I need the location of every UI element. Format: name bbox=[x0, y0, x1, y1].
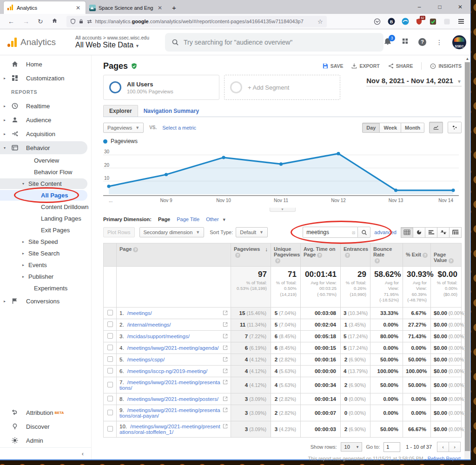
external-link-icon[interactable] bbox=[223, 380, 228, 386]
help-icon[interactable]: ? bbox=[423, 253, 428, 258]
sidebar-item-acquisition[interactable]: ▸Acquisition bbox=[0, 127, 91, 141]
password-manager-extension-icon[interactable]: B bbox=[387, 18, 395, 26]
col-header-page[interactable]: Page? bbox=[117, 243, 231, 267]
help-icon[interactable]: ? bbox=[317, 253, 322, 258]
date-range-picker[interactable]: Nov 8, 2021 - Nov 14, 2021 ▼ bbox=[366, 75, 462, 100]
sidebar-item-all-pages[interactable]: All Pages bbox=[0, 190, 91, 201]
chevron-right-icon[interactable]: ▸ bbox=[4, 76, 8, 80]
help-button[interactable]: ? bbox=[418, 38, 426, 46]
adblock-extension-icon[interactable]: 62 bbox=[415, 18, 423, 26]
back-button[interactable]: ← bbox=[4, 18, 19, 25]
row-checkbox[interactable] bbox=[107, 333, 113, 339]
sidebar-item-exit-pages[interactable]: Exit Pages bbox=[0, 224, 91, 236]
sidebar-item-experiments[interactable]: Experiments bbox=[0, 282, 91, 294]
page-link[interactable]: /meetings/iwwg/2021-meeting/agenda/ bbox=[127, 345, 219, 351]
external-link-icon[interactable] bbox=[223, 345, 228, 351]
pageviews-chart[interactable]: 102030...Nov 9Nov 10Nov 11Nov 12Nov 13No… bbox=[103, 145, 462, 208]
blue-extension-icon[interactable] bbox=[401, 18, 409, 26]
next-page-button[interactable]: › bbox=[449, 442, 461, 452]
select-all-header[interactable] bbox=[104, 243, 117, 267]
inactive-extension-icon[interactable] bbox=[443, 18, 451, 26]
row-checkbox[interactable] bbox=[107, 410, 113, 415]
page-link[interactable]: /meetings/iwwg/2021-meeting/presentation… bbox=[119, 380, 220, 391]
sidebar-item-customization[interactable]: ▸Customization bbox=[0, 71, 91, 85]
table-search-button[interactable] bbox=[357, 227, 370, 238]
table-search-input[interactable] bbox=[303, 227, 357, 238]
row-checkbox[interactable] bbox=[107, 310, 113, 315]
sort-type-dropdown[interactable]: Default▼ bbox=[236, 227, 268, 237]
col-header-entrances[interactable]: Entrances? bbox=[341, 243, 370, 267]
menu-icon[interactable] bbox=[457, 18, 465, 26]
row-checkbox[interactable] bbox=[107, 345, 113, 350]
tab-close-icon[interactable]: ✕ bbox=[74, 5, 82, 11]
page-link[interactable]: /internal/meetings/ bbox=[127, 322, 171, 327]
ga-logo[interactable]: Analytics bbox=[7, 37, 63, 47]
dimension-page[interactable]: Page bbox=[158, 216, 170, 222]
secondary-dimension-dropdown[interactable]: Secondary dimension▼ bbox=[139, 227, 205, 237]
sidebar-collapse-button[interactable]: ‹ bbox=[0, 447, 91, 459]
col-header-page-value[interactable]: Page Value? bbox=[431, 243, 462, 267]
goto-page-input[interactable] bbox=[383, 442, 400, 452]
sidebar-item-site-speed[interactable]: ▸Site Speed bbox=[0, 236, 91, 248]
table-view-button[interactable] bbox=[401, 227, 413, 238]
external-link-icon[interactable] bbox=[223, 334, 228, 340]
updated-extension-icon[interactable] bbox=[429, 18, 437, 26]
chevron-right-icon[interactable]: ▸ bbox=[4, 299, 8, 303]
sidebar-item-audience[interactable]: ▸Audience bbox=[0, 113, 91, 127]
chevron-right-icon[interactable]: ▸ bbox=[22, 263, 26, 267]
sidebar-item-attribution[interactable]: AttributionBETA bbox=[0, 406, 91, 419]
sidebar-item-site-content[interactable]: ▾Site Content bbox=[0, 178, 91, 190]
help-icon[interactable]: ? bbox=[375, 258, 380, 263]
insights-button[interactable]: INSIGHTS bbox=[430, 63, 462, 69]
col-header-bounce-rate[interactable]: Bounce Rate? bbox=[370, 243, 403, 267]
new-tab-button[interactable]: + bbox=[167, 1, 181, 14]
comparison-view-button[interactable] bbox=[437, 227, 450, 238]
sidebar-item-site-search[interactable]: ▸Site Search bbox=[0, 248, 91, 259]
motion-chart-view-button[interactable] bbox=[448, 122, 462, 133]
sidebar-item-realtime[interactable]: ▸Realtime bbox=[0, 99, 91, 113]
account-picker[interactable]: All accounts > www.ssec.wisc.edu All Web… bbox=[75, 35, 149, 49]
tab-explorer[interactable]: Explorer bbox=[103, 105, 138, 117]
external-link-icon[interactable] bbox=[223, 310, 228, 316]
col-header-unique-pageviews[interactable]: Unique Pageviews? bbox=[271, 243, 301, 267]
export-button[interactable]: EXPORT bbox=[351, 63, 379, 69]
bookmark-star-icon[interactable]: ☆ bbox=[317, 18, 323, 25]
ga-search-bar[interactable]: Try searching for "audience overview" bbox=[165, 33, 383, 52]
segment-all-users[interactable]: All Users 100.00% Pageviews bbox=[103, 75, 219, 100]
line-chart-view-button[interactable] bbox=[429, 122, 443, 133]
share-button[interactable]: SHARE bbox=[388, 63, 413, 69]
chevron-right-icon[interactable]: ▸ bbox=[22, 240, 26, 244]
page-link[interactable]: /meetings/ bbox=[127, 310, 152, 316]
pivot-view-button[interactable] bbox=[449, 227, 462, 238]
dimension-other[interactable]: Other ▼ bbox=[206, 216, 226, 222]
external-link-icon[interactable] bbox=[223, 407, 228, 413]
tab-ssec[interactable]: Space Science and Engineeri ✕ bbox=[86, 1, 167, 14]
kebab-menu-button[interactable]: ⋮ bbox=[436, 39, 443, 46]
sidebar-item-publisher[interactable]: ▸Publisher bbox=[0, 271, 91, 282]
granularity-week-button[interactable]: Week bbox=[379, 123, 401, 133]
prev-page-button[interactable]: ‹ bbox=[437, 442, 449, 452]
advanced-search-link[interactable]: advanced bbox=[374, 229, 397, 235]
granularity-day-button[interactable]: Day bbox=[362, 123, 380, 133]
plot-rows-button[interactable]: Plot Rows bbox=[103, 227, 135, 237]
tab-close-icon[interactable]: ✕ bbox=[156, 5, 164, 11]
avatar[interactable]: SSEC bbox=[452, 35, 466, 49]
row-checkbox[interactable] bbox=[107, 426, 113, 432]
row-checkbox[interactable] bbox=[107, 396, 113, 401]
sidebar-item-behavior[interactable]: ▾Behavior bbox=[0, 141, 91, 155]
scrollbar-thumb[interactable] bbox=[465, 62, 470, 451]
metric-dropdown[interactable]: Pageviews▼ bbox=[103, 123, 144, 133]
show-rows-select[interactable]: 10▾ bbox=[341, 442, 363, 452]
sidebar-item-discover[interactable]: Discover bbox=[0, 419, 91, 433]
help-icon[interactable]: ? bbox=[235, 253, 240, 258]
sidebar-item-home[interactable]: Home bbox=[0, 57, 91, 71]
external-link-icon[interactable] bbox=[223, 357, 228, 363]
col-header-pageviews[interactable]: ↓Pageviews? bbox=[231, 243, 271, 267]
forward-button[interactable]: → bbox=[19, 18, 33, 25]
help-icon[interactable]: ? bbox=[275, 258, 280, 263]
col-header-avg-time[interactable]: Avg. Time on Page? bbox=[301, 243, 341, 267]
page-link[interactable]: /meetings/isccp-ng/2019-meeting/ bbox=[127, 368, 208, 374]
sidebar-item-conversions[interactable]: ▸Conversions bbox=[0, 294, 91, 308]
chevron-right-icon[interactable]: ▸ bbox=[4, 118, 8, 122]
chevron-right-icon[interactable]: ▸ bbox=[22, 251, 26, 255]
